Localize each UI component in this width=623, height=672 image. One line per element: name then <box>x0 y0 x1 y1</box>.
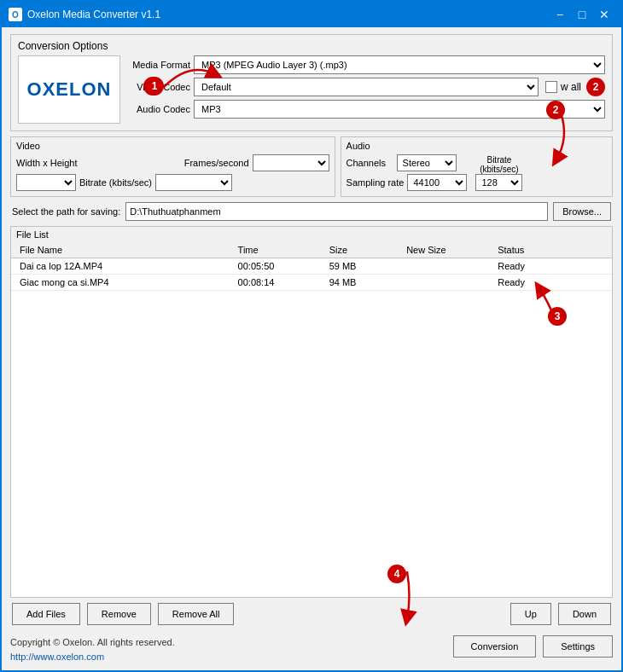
video-codec-select[interactable]: Default <box>194 78 539 96</box>
file-time-1: 00:05:50 <box>235 260 326 272</box>
conversion-options-inner: OXELON Media Format MP3 (MPEG Audio Laye… <box>18 55 605 124</box>
browse-button[interactable]: Browse... <box>553 202 611 221</box>
footer-left: Copyright © Oxelon. All rights reserved.… <box>10 635 175 665</box>
file-name-1: Dai ca lop 12A.MP4 <box>16 260 235 272</box>
audio-bitrate-select[interactable]: 128 <box>475 174 522 191</box>
video-dimensions-row: Width x Height Frames/second <box>16 154 329 171</box>
up-button[interactable]: Up <box>510 603 551 625</box>
audio-title: Audio <box>346 141 607 151</box>
col-header-time: Time <box>235 244 326 256</box>
audio-section: Audio Channels Stereo Sampling rate <box>341 136 613 197</box>
file-status-1: Ready <box>494 260 607 272</box>
file-newsize-2 <box>403 276 494 288</box>
maximize-button[interactable]: □ <box>572 6 592 23</box>
file-size-1: 59 MB <box>326 260 404 272</box>
file-time-2: 00:08:14 <box>235 276 326 288</box>
width-select[interactable] <box>16 174 76 191</box>
file-table: File Name Time Size New Size Status Dai … <box>11 242 612 597</box>
annotation-2: 2 <box>586 78 605 96</box>
path-row: Select the path for saving: Browse... <box>10 202 613 221</box>
minimize-button[interactable]: − <box>550 6 570 23</box>
width-height-label: Width x Height <box>16 158 78 168</box>
col-header-newsize: New Size <box>403 244 494 256</box>
conversion-options-section: Conversion Options OXELON Media Format M… <box>10 34 613 131</box>
media-format-label: Media Format <box>129 60 190 70</box>
show-all-label: w all <box>561 81 581 93</box>
col-header-status: Status <box>494 244 607 256</box>
video-codec-row: Video Codec Default w all 2 <box>129 78 605 96</box>
audio-fields: Channels Stereo Sampling rate 44100 <box>346 154 468 191</box>
window-title: Oxelon Media Converter v1.1 <box>27 9 550 20</box>
footer: Copyright © Oxelon. All rights reserved.… <box>2 632 621 670</box>
media-format-row: Media Format MP3 (MPEG Audio Layer 3) (.… <box>129 55 605 74</box>
sampling-select[interactable]: 44100 <box>407 174 467 191</box>
window-controls: − □ ✕ <box>550 6 614 23</box>
remove-button[interactable]: Remove <box>87 603 151 625</box>
audio-bitrate-group: Bitrate(kbits/sec) 128 <box>475 155 522 191</box>
settings-button[interactable]: Settings <box>543 635 613 658</box>
col-header-name: File Name <box>16 244 235 256</box>
audio-codec-select[interactable]: MP3 <box>194 100 605 119</box>
main-content: Conversion Options OXELON Media Format M… <box>2 27 621 632</box>
video-bitrate-select[interactable] <box>155 174 232 191</box>
channels-label: Channels <box>346 158 393 168</box>
copyright-text: Copyright © Oxelon. All rights reserved. <box>10 635 175 651</box>
main-window: O Oxelon Media Converter v1.1 − □ ✕ Conv… <box>0 0 623 672</box>
frames-label: Frames/second <box>184 158 249 168</box>
bottom-buttons: Add Files Remove Remove All Up Down <box>10 603 613 625</box>
down-button[interactable]: Down <box>558 603 611 625</box>
video-fields: Width x Height Frames/second Bitrate (kb… <box>16 154 329 191</box>
sampling-row: Sampling rate 44100 <box>346 174 468 191</box>
table-row[interactable]: Dai ca lop 12A.MP4 00:05:50 59 MB Ready <box>11 258 612 275</box>
file-name-2: Giac mong ca si.MP4 <box>16 276 235 288</box>
file-list-title: File List <box>11 227 612 242</box>
file-list-section: File List File Name Time Size New Size S… <box>10 226 613 598</box>
bitrate-kbits-label: Bitrate (kbits/sec) <box>79 177 152 188</box>
video-bitrate-row: Bitrate (kbits/sec) <box>16 174 329 191</box>
add-files-button[interactable]: Add Files <box>12 603 80 625</box>
audio-bitrate-label: Bitrate(kbits/sec) <box>480 155 519 174</box>
logo-box: OXELON <box>18 55 120 124</box>
website-link[interactable]: http://www.oxelon.com <box>10 652 104 662</box>
conversion-options-title: Conversion Options <box>18 40 605 52</box>
sampling-label: Sampling rate <box>346 177 405 188</box>
table-row[interactable]: Giac mong ca si.MP4 00:08:14 94 MB Ready <box>11 275 612 291</box>
close-button[interactable]: ✕ <box>594 6 614 23</box>
show-all-row: w all 2 <box>545 78 605 96</box>
audio-codec-row: Audio Codec MP3 <box>129 100 605 119</box>
file-table-body: Dai ca lop 12A.MP4 00:05:50 59 MB Ready … <box>11 258 612 597</box>
conversion-button[interactable]: Conversion <box>453 635 537 658</box>
frames-select[interactable] <box>253 154 329 171</box>
file-table-header: File Name Time Size New Size Status <box>11 242 612 258</box>
titlebar: O Oxelon Media Converter v1.1 − □ ✕ <box>2 2 621 27</box>
video-codec-label: Video Codec <box>129 82 190 92</box>
channels-select[interactable]: Stereo <box>397 154 457 171</box>
app-icon: O <box>9 8 22 21</box>
show-all-checkbox[interactable] <box>545 81 557 93</box>
remove-all-button[interactable]: Remove All <box>158 603 235 625</box>
col-header-size: Size <box>326 244 404 256</box>
file-status-2: Ready <box>494 276 607 288</box>
video-title: Video <box>16 141 329 151</box>
footer-right: Conversion Settings <box>453 635 613 658</box>
channels-row: Channels Stereo <box>346 154 468 171</box>
path-input[interactable] <box>125 202 548 221</box>
file-newsize-1 <box>403 260 494 272</box>
path-label: Select the path for saving: <box>12 206 120 217</box>
video-section: Video Width x Height Frames/second Bitra… <box>10 136 335 197</box>
video-audio-row: Video Width x Height Frames/second Bitra… <box>10 136 613 197</box>
file-size-2: 94 MB <box>326 276 404 288</box>
media-format-select[interactable]: MP3 (MPEG Audio Layer 3) (.mp3) <box>194 55 605 74</box>
logo-text: OXELON <box>27 78 112 101</box>
audio-codec-label: Audio Codec <box>129 104 190 114</box>
format-fields: Media Format MP3 (MPEG Audio Layer 3) (.… <box>129 55 605 119</box>
